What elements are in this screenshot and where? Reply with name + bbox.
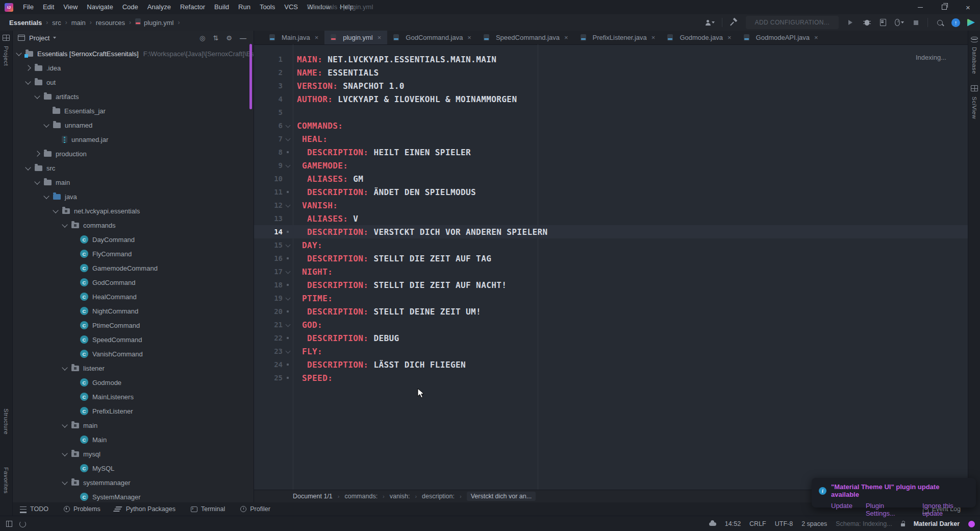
chevron-down-icon[interactable] [25, 164, 31, 170]
editor-line-9[interactable]: 9gamemode: [254, 159, 968, 172]
project-panel-header[interactable]: Project ◎ ⇅ ⚙ — [13, 31, 254, 45]
editor-line-7[interactable]: 7heal: [254, 132, 968, 146]
editor-line-11[interactable]: 11description: Ändet den Spielmodus [254, 185, 968, 199]
menu-item-edit[interactable]: Edit [38, 0, 59, 14]
tab-godmodeapi-java[interactable]: GodmodeAPI.java× [738, 31, 824, 44]
tree-item-unnamed[interactable]: unnamed [13, 118, 254, 132]
editor-line-14[interactable]: 14description: Verstckt dich vor anderen… [254, 225, 968, 238]
update-available-icon[interactable]: ↑ [951, 18, 960, 27]
tab-close-icon[interactable]: × [727, 34, 732, 41]
menu-item-run[interactable]: Run [234, 0, 255, 14]
menu-item-analyze[interactable]: Analyze [143, 0, 175, 14]
code-area[interactable]: 1main: net.lvckyapi.essentials.main.Main… [254, 44, 968, 490]
editor-line-5[interactable]: 5 [254, 106, 968, 119]
gear-icon[interactable]: ⚙ [226, 34, 232, 42]
editor-breadcrumb-item[interactable]: vanish: [390, 493, 410, 500]
menu-item-vcs[interactable]: VCS [280, 0, 303, 14]
chevron-down-icon[interactable] [62, 222, 67, 227]
sidebar-item-structure[interactable]: Structure [3, 408, 9, 435]
project-stripe-icon[interactable] [3, 35, 10, 41]
indent-selector[interactable]: 2 spaces [801, 520, 827, 527]
tree-item-mainlisteners[interactable]: CMainListeners [13, 390, 254, 404]
editor-line-21[interactable]: 21god: [254, 318, 968, 331]
chevron-down-icon[interactable] [34, 179, 40, 184]
tree-item-java[interactable]: java [13, 189, 254, 204]
theme-name[interactable]: Material Darker [914, 520, 960, 527]
toolwindow-button-python-packages[interactable]: Python Packages [116, 505, 175, 513]
tree-item-src[interactable]: src [13, 161, 254, 175]
chevron-down-icon[interactable] [62, 422, 67, 427]
fold-marker[interactable] [283, 138, 293, 140]
sync-settings-icon[interactable] [709, 522, 716, 526]
tab-close-icon[interactable]: × [651, 34, 656, 41]
toolwindow-button-problems[interactable]: Problems [64, 505, 100, 513]
editor-breadcrumb-item[interactable]: commands: [345, 493, 378, 500]
fold-marker[interactable] [283, 231, 293, 233]
chevron-down-icon[interactable] [62, 365, 67, 370]
menu-item-navigate[interactable]: Navigate [82, 0, 117, 14]
fold-marker[interactable] [283, 191, 293, 193]
tree-item-main[interactable]: main [13, 175, 254, 189]
tree-item-mysql[interactable]: CMySQL [13, 461, 254, 475]
fold-marker[interactable] [283, 257, 293, 259]
breadcrumb-item[interactable]: main [71, 19, 86, 27]
fold-marker[interactable] [283, 324, 293, 326]
tree-item-out[interactable]: out [13, 75, 254, 89]
editor-line-10[interactable]: 10aliases: gm [254, 172, 968, 185]
fold-marker[interactable] [283, 364, 293, 366]
profiler-icon[interactable] [895, 18, 904, 27]
tree-item-prefixlistener[interactable]: CPrefixListener [13, 404, 254, 418]
tree-item-healcommand[interactable]: CHealCommand [13, 289, 254, 304]
editor-line-8[interactable]: 8description: Heilt einen Spieler [254, 146, 968, 159]
editor-line-15[interactable]: 15day: [254, 238, 968, 252]
chevron-down-icon[interactable] [62, 479, 67, 485]
tab-main-java[interactable]: Main.java× [263, 31, 324, 44]
tree-item-systemmanager[interactable]: systemmanager [13, 475, 254, 490]
tree-item-main[interactable]: main [13, 418, 254, 432]
tree-item-mysql[interactable]: mysql [13, 447, 254, 461]
tab-godcommand-java[interactable]: GodCommand.java× [387, 31, 478, 44]
editor-line-16[interactable]: 16description: stellt die Zeit auf Tag [254, 252, 968, 265]
toolwindow-button-profiler[interactable]: Profiler [240, 505, 270, 513]
menu-item-code[interactable]: Code [118, 0, 143, 14]
fold-marker[interactable] [283, 125, 293, 127]
tree-item-production[interactable]: production [13, 147, 254, 161]
breadcrumb-item[interactable]: resources [96, 19, 125, 27]
editor-line-12[interactable]: 12vanish: [254, 199, 968, 212]
chevron-down-icon[interactable] [53, 207, 58, 213]
tool-windows-toggle-icon[interactable] [6, 521, 12, 527]
tree-item-essentials-sernoxcraftessenitals-[interactable]: Essentials [SernoxCraftEssenitals]F:\Wor… [13, 46, 254, 61]
editor-line-24[interactable]: 24description: Lässt dich fliegen [254, 358, 968, 371]
fold-marker[interactable] [283, 310, 293, 312]
fold-marker[interactable] [283, 284, 293, 286]
editor-line-3[interactable]: 3version: Snapchot 1.0 [254, 79, 968, 92]
tree-item-systemmanager[interactable]: CSystemManager [13, 490, 254, 502]
menu-item-view[interactable]: View [59, 0, 82, 14]
add-configuration-button[interactable]: ADD CONFIGURATION... [746, 16, 839, 29]
sidebar-item-database[interactable]: Database [971, 47, 977, 74]
chevron-down-icon[interactable] [62, 450, 67, 456]
run-icon[interactable] [846, 18, 855, 27]
line-ending-selector[interactable]: CRLF [749, 520, 766, 527]
editor-line-25[interactable]: 25speed: [254, 371, 968, 384]
editor-line-22[interactable]: 22description: debug [254, 331, 968, 345]
chevron-down-icon[interactable] [16, 50, 21, 56]
editor-line-2[interactable]: 2name: Essentials [254, 66, 968, 79]
sciview-stripe-icon[interactable] [971, 85, 978, 91]
tree-item-essentials-jar[interactable]: Essentials_jar [13, 104, 254, 118]
sidebar-item-project[interactable]: Project [3, 46, 9, 66]
user-icon[interactable] [706, 18, 715, 27]
tab-close-icon[interactable]: × [378, 34, 382, 41]
restore-button[interactable] [932, 0, 956, 14]
tree-item-godmode[interactable]: CGodmode [13, 375, 254, 390]
fold-marker[interactable] [283, 204, 293, 207]
build-hammer-icon[interactable] [730, 18, 739, 27]
tab-plugin-yml[interactable]: plugin.yml× [324, 31, 387, 44]
material-theme-icon[interactable] [967, 19, 975, 27]
database-stripe-icon[interactable] [971, 37, 978, 40]
editor-line-4[interactable]: 4author: LvckyAPI & ILoveKohl & MoinAmMo… [254, 92, 968, 106]
collapse-all-icon[interactable]: ⇅ [213, 34, 218, 42]
tree-item-net-lvckyapi-essentials[interactable]: net.lvckyapi.essentials [13, 204, 254, 218]
menu-item-tools[interactable]: Tools [255, 0, 280, 14]
tab-close-icon[interactable]: × [814, 34, 818, 41]
